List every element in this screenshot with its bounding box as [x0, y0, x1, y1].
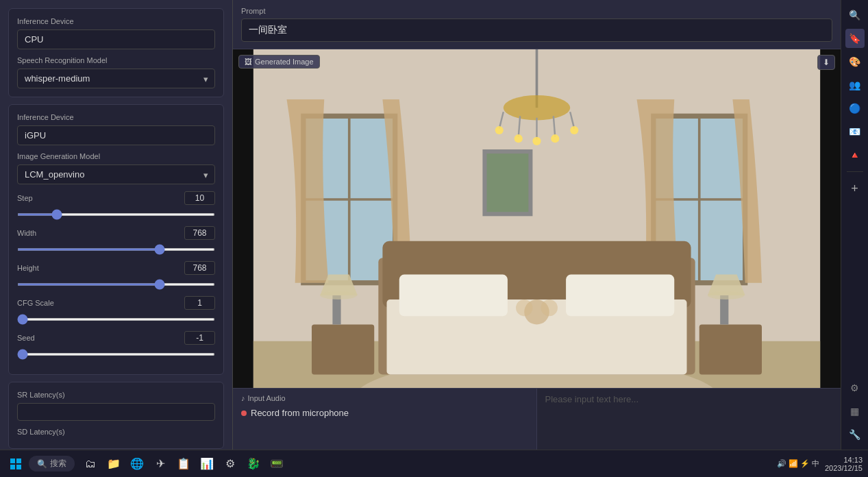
taskbar-app-3[interactable]: ✈ [150, 454, 171, 474]
svg-point-29 [516, 299, 532, 316]
speech-model-dropdown[interactable]: whisper-medium whisper-tiny whisper-base… [17, 69, 215, 88]
width-value: 768 [184, 226, 215, 240]
sr-inference-device-label: Inference Device [17, 17, 215, 25]
svg-rect-40 [487, 154, 529, 212]
image-model-dropdown[interactable]: LCM_openvino SD_openvino [17, 164, 215, 184]
seed-slider-container: Seed -1 [17, 331, 215, 358]
svg-point-38 [708, 291, 745, 299]
record-dot [241, 411, 247, 416]
taskbar-clock: 14:13 2023/12/15 [825, 456, 863, 472]
sidebar-circle-icon[interactable]: 🔵 [845, 99, 865, 118]
taskbar-app-6[interactable]: ⚙ [220, 454, 240, 474]
svg-rect-43 [10, 465, 15, 469]
image-model-select[interactable]: LCM_openvino SD_openvino [17, 164, 215, 184]
sidebar-settings-bottom-icon[interactable]: ⚙ [845, 378, 865, 398]
taskbar-apps: 🗂 📁 🌐 ✈ 📋 📊 ⚙ 🐉 📟 [80, 454, 287, 474]
taskbar-app-4[interactable]: 📋 [173, 454, 194, 474]
step-slider[interactable] [17, 213, 215, 216]
svg-point-19 [514, 134, 523, 143]
sr-latency-value [17, 403, 215, 421]
bottom-panels: ♪ Input Audio Record from microphone Ple… [233, 388, 841, 450]
latency-section: SR Latency(s) SD Latency(s) [8, 382, 224, 449]
ig-inference-device-label: Inference Device [17, 113, 215, 121]
sidebar-users-icon[interactable]: 👥 [845, 75, 865, 95]
input-audio-panel: ♪ Input Audio Record from microphone [233, 389, 537, 450]
speech-model-select[interactable]: whisper-medium whisper-tiny whisper-base… [17, 69, 215, 88]
sidebar-add-button[interactable]: + [845, 179, 865, 198]
svg-rect-31 [312, 325, 374, 375]
svg-rect-44 [16, 465, 21, 469]
windows-logo-icon [10, 458, 21, 469]
cfg-slider-container: CFG Scale 1 [17, 296, 215, 323]
svg-point-21 [551, 134, 559, 143]
height-slider[interactable] [17, 283, 215, 286]
sidebar-gear-icon[interactable]: 🔧 [845, 425, 865, 444]
height-value: 768 [184, 261, 215, 275]
image-generation-section: Inference Device iGPU Image Generation M… [8, 104, 224, 375]
svg-rect-42 [16, 458, 21, 463]
taskbar-app-1[interactable]: 🗂 [80, 454, 101, 474]
sidebar-layout-icon[interactable]: ▦ [845, 402, 865, 421]
right-sidebar: 🔍 🔖 🎨 👥 🔵 📧 🔺 + ⚙ ▦ 🔧 [841, 0, 868, 450]
music-icon: ♪ [241, 394, 245, 402]
input-audio-label: ♪ Input Audio [241, 394, 528, 402]
text-input-panel[interactable]: Please input text here... [537, 389, 841, 450]
width-slider[interactable] [17, 248, 215, 251]
text-input-placeholder: Please input text here... [545, 394, 639, 404]
svg-point-34 [320, 291, 357, 299]
svg-rect-41 [10, 458, 15, 463]
svg-point-18 [495, 126, 504, 134]
step-slider-container: Step 10 [17, 191, 215, 218]
width-label: Width [17, 229, 36, 237]
cfg-label: CFG Scale [17, 299, 54, 307]
seed-slider[interactable] [17, 353, 215, 356]
speech-recognition-section: Inference Device CPU Speech Recognition … [8, 8, 224, 97]
ig-inference-device-value: iGPU [17, 125, 215, 145]
cfg-value: 1 [184, 296, 215, 310]
taskbar: 🔍 搜索 🗂 📁 🌐 ✈ 📋 📊 ⚙ 🐉 📟 🔊 📶 ⚡ 中 14:13 202… [0, 450, 868, 477]
svg-rect-32 [332, 295, 340, 325]
sd-latency-label: SD Latency(s) [17, 428, 215, 436]
taskbar-app-7[interactable]: 🐉 [243, 454, 264, 474]
step-value: 10 [184, 191, 215, 205]
sr-latency-label: SR Latency(s) [17, 391, 215, 399]
svg-point-22 [570, 126, 578, 134]
svg-point-12 [504, 95, 570, 121]
height-label: Height [17, 264, 39, 272]
download-button[interactable]: ⬇ [817, 55, 835, 70]
svg-point-30 [541, 299, 558, 316]
svg-rect-36 [720, 295, 728, 325]
svg-rect-35 [699, 325, 762, 375]
taskbar-system-icons: 🔊 📶 ⚡ 中 [777, 458, 819, 469]
sr-inference-device-value: CPU [17, 29, 215, 49]
width-slider-container: Width 768 [17, 226, 215, 253]
taskbar-app-browser[interactable]: 🌐 [127, 454, 147, 474]
center-panel: Prompt 🖼 Generated Image ⬇ [233, 0, 841, 450]
taskbar-app-2[interactable]: 📁 [103, 454, 124, 474]
height-slider-container: Height 768 [17, 261, 215, 288]
sidebar-mail-icon[interactable]: 📧 [845, 122, 865, 141]
svg-rect-27 [566, 275, 674, 317]
cfg-slider[interactable] [17, 318, 215, 321]
record-button[interactable]: Record from microphone [241, 408, 528, 418]
generated-image-label: 🖼 Generated Image [238, 55, 320, 69]
sidebar-nav-icon[interactable]: 🔺 [845, 145, 865, 164]
taskbar-search[interactable]: 🔍 搜索 [29, 456, 75, 472]
svg-point-20 [532, 137, 541, 145]
speech-model-label: Speech Recognition Model [17, 56, 215, 64]
sidebar-image-icon[interactable]: 🎨 [845, 52, 865, 71]
prompt-input[interactable] [241, 19, 832, 42]
taskbar-app-8[interactable]: 📟 [266, 454, 287, 474]
generated-image-container: 🖼 Generated Image ⬇ [233, 49, 841, 450]
start-button[interactable] [5, 454, 26, 474]
prompt-area: Prompt [233, 0, 841, 49]
sidebar-bookmark-icon[interactable]: 🔖 [845, 29, 865, 48]
step-label: Step [17, 194, 33, 202]
taskbar-right: 🔊 📶 ⚡ 中 14:13 2023/12/15 [777, 456, 863, 472]
prompt-label: Prompt [241, 7, 832, 15]
seed-label: Seed [17, 334, 35, 342]
search-icon: 🔍 [37, 459, 47, 469]
svg-rect-26 [399, 275, 508, 317]
taskbar-app-5[interactable]: 📊 [197, 454, 217, 474]
sidebar-search-icon[interactable]: 🔍 [845, 5, 865, 25]
